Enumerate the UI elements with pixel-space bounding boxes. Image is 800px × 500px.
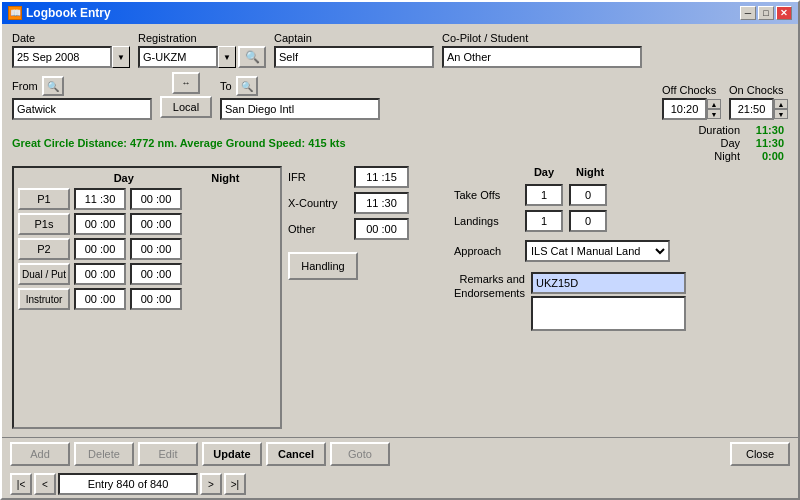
update-button[interactable]: Update: [202, 442, 262, 466]
handling-button[interactable]: Handling: [288, 252, 358, 280]
ft-p1s-night-input[interactable]: [130, 213, 182, 235]
ft-p1-day-input[interactable]: [74, 188, 126, 210]
date-combo: ▼: [12, 46, 130, 68]
landings-day-input[interactable]: [525, 210, 563, 232]
takeoffs-row: Take Offs: [454, 184, 686, 206]
delete-button[interactable]: Delete: [74, 442, 134, 466]
remarks-textarea[interactable]: [531, 296, 686, 331]
next-record-button[interactable]: >: [200, 473, 222, 495]
ft-p2-button[interactable]: P2: [18, 238, 70, 260]
registration-input[interactable]: [138, 46, 218, 68]
ft-row-dual: Dual / Put: [18, 263, 276, 285]
offchocks-group: Off Chocks ▲ ▼: [662, 84, 721, 120]
onchocks-input[interactable]: [729, 98, 774, 120]
offchocks-up-btn[interactable]: ▲: [707, 99, 721, 109]
xcountry-row: X-Country: [288, 192, 448, 214]
xcountry-input[interactable]: [354, 192, 409, 214]
main-window: 📖 Logbook Entry ─ □ ✕ Date ▼ Registratio…: [0, 0, 800, 500]
offchocks-input[interactable]: [662, 98, 707, 120]
maximize-button[interactable]: □: [758, 6, 774, 20]
title-controls: ─ □ ✕: [740, 6, 792, 20]
duration-row: Duration 11:30: [698, 124, 784, 136]
date-group: Date ▼: [12, 32, 130, 68]
ft-row-p2: P2: [18, 238, 276, 260]
registration-dropdown-btn[interactable]: ▼: [218, 46, 236, 68]
offchocks-spinners: ▲ ▼: [707, 99, 721, 119]
copilot-label: Co-Pilot / Student: [442, 32, 642, 44]
other-input[interactable]: [354, 218, 409, 240]
add-button[interactable]: Add: [10, 442, 70, 466]
ft-p2-night-input[interactable]: [130, 238, 182, 260]
onchocks-up-btn[interactable]: ▲: [774, 99, 788, 109]
ft-p1-night-input[interactable]: [130, 188, 182, 210]
ft-dual-day-input[interactable]: [74, 263, 126, 285]
ft-instructor-night-input[interactable]: [130, 288, 182, 310]
date-dropdown-btn[interactable]: ▼: [112, 46, 130, 68]
onchocks-down-btn[interactable]: ▼: [774, 109, 788, 119]
approach-select[interactable]: ILS Cat I Manual Land ILS Cat II Visual …: [525, 240, 670, 262]
onchocks-label: On Chocks: [729, 84, 788, 96]
from-search-btn[interactable]: 🔍: [42, 76, 64, 96]
ft-p1s-button[interactable]: P1s: [18, 213, 70, 235]
date-label: Date: [12, 32, 130, 44]
goto-button[interactable]: Goto: [330, 442, 390, 466]
duration-section: Duration 11:30 Day 11:30 Night 0:00: [698, 124, 784, 162]
ft-p2-day-input[interactable]: [74, 238, 126, 260]
ft-row-p1s: P1s: [18, 213, 276, 235]
from-input[interactable]: [12, 98, 152, 120]
date-input[interactable]: [12, 46, 112, 68]
ifr-label: IFR: [288, 171, 348, 183]
other-label: Other: [288, 223, 348, 235]
remarks-input-1[interactable]: [531, 272, 686, 294]
approach-row: Approach ILS Cat I Manual Land ILS Cat I…: [454, 240, 686, 262]
edit-button[interactable]: Edit: [138, 442, 198, 466]
takeoffs-night-input[interactable]: [569, 184, 607, 206]
local-button[interactable]: Local: [160, 96, 212, 118]
swap-route-btn[interactable]: ↔: [172, 72, 200, 94]
onchocks-spinners: ▲ ▼: [774, 99, 788, 119]
registration-combo: ▼ 🔍: [138, 46, 266, 68]
offchocks-down-btn[interactable]: ▼: [707, 109, 721, 119]
landings-label: Landings: [454, 215, 519, 227]
to-input[interactable]: [220, 98, 380, 120]
day-duration-row: Day 11:30: [720, 137, 784, 149]
prev-record-button[interactable]: <: [34, 473, 56, 495]
minimize-button[interactable]: ─: [740, 6, 756, 20]
ft-instructor-button[interactable]: Instrutor: [18, 288, 70, 310]
ft-p1s-day-input[interactable]: [74, 213, 126, 235]
last-record-button[interactable]: >|: [224, 473, 246, 495]
first-record-button[interactable]: |<: [10, 473, 32, 495]
offchocks-wrap: ▲ ▼: [662, 98, 721, 120]
remarks-section: Remarks andEndorsements: [454, 272, 686, 331]
copilot-group: Co-Pilot / Student: [442, 32, 642, 68]
ft-dual-night-input[interactable]: [130, 263, 182, 285]
ft-row-p1: P1: [18, 188, 276, 210]
ft-dual-button[interactable]: Dual / Put: [18, 263, 70, 285]
to-group: To 🔍: [220, 76, 380, 120]
captain-label: Captain: [274, 32, 434, 44]
ft-instructor-day-input[interactable]: [74, 288, 126, 310]
title-bar-left: 📖 Logbook Entry: [8, 6, 111, 20]
from-label: From: [12, 80, 38, 92]
window-title: Logbook Entry: [26, 6, 111, 20]
close-button[interactable]: Close: [730, 442, 790, 466]
landings-night-input[interactable]: [569, 210, 607, 232]
registration-search-btn[interactable]: 🔍: [238, 46, 266, 68]
to-night-header: Night: [570, 166, 610, 178]
to-search-btn[interactable]: 🔍: [236, 76, 258, 96]
landings-row: Landings: [454, 210, 686, 232]
copilot-input[interactable]: [442, 46, 642, 68]
to-day-header: Day: [524, 166, 564, 178]
captain-input[interactable]: [274, 46, 434, 68]
close-button[interactable]: ✕: [776, 6, 792, 20]
takeoff-panel: Day Night Take Offs Landings Approach I: [454, 166, 686, 429]
ft-p1-button[interactable]: P1: [18, 188, 70, 210]
takeoffs-day-input[interactable]: [525, 184, 563, 206]
to-header: Day Night: [454, 166, 686, 178]
title-bar: 📖 Logbook Entry ─ □ ✕: [2, 2, 798, 24]
cancel-button[interactable]: Cancel: [266, 442, 326, 466]
day-duration-value: 11:30: [746, 137, 784, 149]
registration-group: Registration ▼ 🔍: [138, 32, 266, 68]
ifr-input[interactable]: [354, 166, 409, 188]
ft-row-instructor: Instrutor: [18, 288, 276, 310]
